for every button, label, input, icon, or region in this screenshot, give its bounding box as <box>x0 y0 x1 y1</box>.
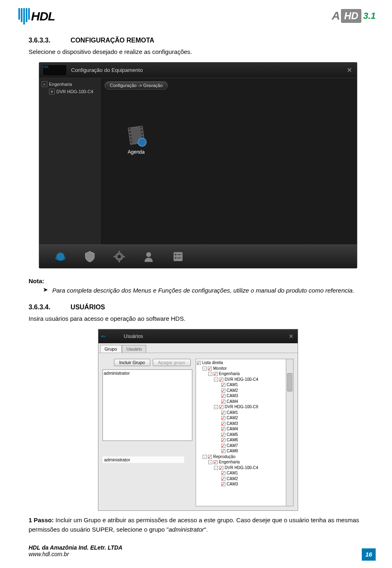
checkbox-icon[interactable] <box>208 367 212 371</box>
section-text: Insira usuários para acesso e operação a… <box>29 314 368 323</box>
agenda-label: Agenda <box>125 149 147 155</box>
collapse-icon[interactable]: - <box>203 367 207 371</box>
checkbox-icon[interactable] <box>221 400 225 404</box>
checkbox-icon[interactable] <box>221 477 225 481</box>
svg-rect-4 <box>118 251 120 253</box>
toolbar-shield-icon[interactable] <box>81 248 99 265</box>
toolbar-gear-icon[interactable] <box>110 248 128 265</box>
permission-tree[interactable]: Lista direita -Monitor -Engenharia -DVR … <box>196 359 286 506</box>
svg-rect-5 <box>118 260 120 262</box>
toolbar-record-icon[interactable] <box>51 248 69 265</box>
checkbox-icon[interactable] <box>221 471 225 475</box>
close-button[interactable]: ✕ <box>287 333 295 340</box>
footer-url: www.hdl.com.br <box>29 551 122 557</box>
right-column: Lista direita -Monitor -Engenharia -DVR … <box>196 359 294 506</box>
bullet-arrow-icon: ➤ <box>43 286 48 295</box>
collapse-icon[interactable]: - <box>214 405 218 409</box>
dialog-body: Incluir Grupo Apagar grupo administrator… <box>98 353 298 510</box>
collapse-icon[interactable]: - <box>214 378 218 382</box>
note-bullet: ➤ Para completa descrição dos Menus e Fu… <box>43 286 368 295</box>
tab-usuario[interactable]: Usuário <box>122 345 147 353</box>
list-item[interactable]: administrator <box>104 371 191 376</box>
tree-child[interactable]: ■ DVR HDG-100-C4 <box>49 88 98 95</box>
checkbox-icon[interactable] <box>214 372 218 376</box>
add-group-button[interactable]: Incluir Grupo <box>114 359 150 366</box>
folder-icon: ▸ <box>42 81 47 87</box>
checkbox-icon[interactable] <box>197 361 201 365</box>
device-icon: ■ <box>49 89 55 94</box>
svg-rect-7 <box>122 256 125 257</box>
checkbox-icon[interactable] <box>208 455 212 459</box>
svg-rect-9 <box>174 252 183 261</box>
checkbox-icon[interactable] <box>221 411 225 415</box>
checkbox-icon[interactable] <box>221 444 225 448</box>
page-footer: HDL da Amazônia Ind. ELetr. LTDA www.hdl… <box>29 544 122 557</box>
passo-text: 1 Passo: Incluir um Grupo e atribuir as … <box>29 516 368 534</box>
svg-point-8 <box>146 252 151 257</box>
checkbox-icon[interactable] <box>221 433 225 437</box>
logo-a: A <box>332 9 340 22</box>
scrollbar[interactable] <box>286 359 294 506</box>
button-row: Incluir Grupo Apagar grupo <box>114 359 192 366</box>
screenshot-users-dialog: HDL Usuários ✕ Grupo Usuário Incluir Gru… <box>98 329 298 511</box>
section-heading-1: 3.6.3.3. CONFIGURAÇÃO REMOTA <box>29 37 368 44</box>
logo-bars-icon <box>18 8 30 25</box>
collapse-icon[interactable]: - <box>208 372 212 376</box>
window-body: ▸ Engenharia ■ DVR HDG-100-C4 Configuraç… <box>39 78 357 244</box>
group-name-field[interactable]: administrator <box>102 456 184 463</box>
left-column: Incluir Grupo Apagar grupo administrator… <box>102 359 192 506</box>
window-title: Usuários <box>124 333 143 339</box>
checkbox-icon[interactable] <box>221 482 225 486</box>
checkbox-icon[interactable] <box>219 405 223 409</box>
window-title: Configuração do Equipamento <box>71 67 143 73</box>
svg-rect-10 <box>175 254 176 255</box>
page-number: 16 <box>362 548 376 561</box>
scroll-thumb[interactable] <box>287 373 292 391</box>
agenda-button[interactable]: Agenda <box>125 125 147 155</box>
note-text: Para completa descrição dos Menus e Funç… <box>52 286 354 295</box>
logo-ahd: A HD 3.1 <box>332 9 376 23</box>
checkbox-icon[interactable] <box>221 383 225 387</box>
section-number: 3.6.3.4. <box>29 304 50 311</box>
logo-hdl-text: HDL <box>31 9 55 23</box>
section-number: 3.6.3.3. <box>29 37 50 44</box>
checkbox-icon[interactable] <box>221 449 225 453</box>
checkbox-icon[interactable] <box>219 378 223 382</box>
device-tree[interactable]: ▸ Engenharia ■ DVR HDG-100-C4 <box>39 78 100 244</box>
checkbox-icon[interactable] <box>221 427 225 431</box>
close-button[interactable]: ✕ <box>345 66 354 74</box>
section-text: Selecione o dispositivo desejado e reali… <box>29 47 368 56</box>
toolbar-checklist-icon[interactable] <box>169 248 187 265</box>
titlebar: HDL Configuração do Equipamento ✕ <box>39 63 357 78</box>
svg-point-1 <box>56 253 65 261</box>
delete-group-button: Apagar grupo <box>153 359 191 366</box>
toolbar-user-icon[interactable] <box>140 248 158 265</box>
section-title: USUÁRIOS <box>71 304 105 311</box>
agenda-icon <box>125 125 147 148</box>
svg-rect-6 <box>114 256 116 257</box>
checkbox-icon[interactable] <box>219 466 223 470</box>
tab-bar: Grupo Usuário <box>98 343 298 353</box>
tree-root-label: Engenharia <box>49 82 72 87</box>
logo-hd: HD <box>341 9 362 23</box>
checkbox-icon[interactable] <box>221 438 225 442</box>
checkbox-icon[interactable] <box>221 389 225 393</box>
screenshot-config-window: HDL Configuração do Equipamento ✕ ▸ Enge… <box>39 62 357 268</box>
checkbox-icon[interactable] <box>221 416 225 420</box>
collapse-icon[interactable]: - <box>203 455 207 459</box>
checkbox-icon[interactable] <box>221 394 225 398</box>
collapse-icon[interactable]: - <box>208 460 212 464</box>
footer-company: HDL da Amazônia Ind. ELetr. LTDA <box>29 544 122 551</box>
titlebar: HDL Usuários ✕ <box>98 329 298 343</box>
tree-root[interactable]: ▸ Engenharia <box>42 81 98 88</box>
checkbox-icon[interactable] <box>214 460 218 464</box>
checkbox-icon[interactable] <box>221 422 225 426</box>
svg-rect-13 <box>177 257 181 258</box>
tab-grupo[interactable]: Grupo <box>100 345 122 353</box>
section-heading-2: 3.6.3.4. USUÁRIOS <box>29 304 368 311</box>
section-title: CONFIGURAÇÃO REMOTA <box>71 37 154 44</box>
app-logo-icon: HDL <box>101 331 121 341</box>
collapse-icon[interactable]: - <box>214 466 218 470</box>
bottom-toolbar <box>39 244 357 268</box>
group-listbox[interactable]: administrator <box>102 369 192 441</box>
